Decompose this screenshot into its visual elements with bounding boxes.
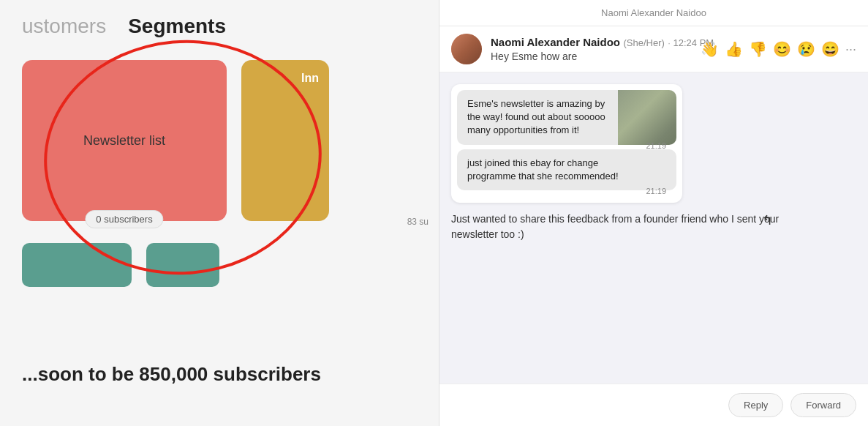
newsletter-subscribers-badge: 0 subscribers	[85, 210, 163, 228]
whatsapp-message-2: just joined this ebay for change program…	[457, 149, 676, 190]
more-options-icon[interactable]: ···	[845, 42, 856, 57]
emoji-thumbsdown[interactable]: 👎	[749, 40, 767, 58]
contact-name: Naomi Alexander Naidoo	[491, 36, 620, 48]
emoji-plus-smile[interactable]: 😄	[821, 40, 839, 58]
avatar	[451, 34, 482, 64]
teal-card-2[interactable]	[146, 243, 219, 287]
whatsapp-message-1: Esme's newsletter is amazing by the way!…	[457, 90, 676, 145]
cards-area: Newsletter list 0 subscribers Inn 83 su	[0, 45, 439, 236]
chat-body: Esme's newsletter is amazing by the way!…	[439, 72, 868, 384]
chat-footer: Reply Forward	[439, 384, 868, 426]
reply-button[interactable]: Reply	[728, 393, 783, 417]
whatsapp-msg2-time: 21:19	[646, 186, 666, 197]
emoji-thumbsup[interactable]: 👍	[725, 40, 743, 58]
body-text-message: Just wanted to share this feedback from …	[451, 212, 817, 242]
newsletter-inner: Newsletter list	[22, 60, 227, 221]
teal-card-1[interactable]	[22, 243, 132, 287]
soon-text: ...soon to be 850,000 subscribers	[22, 363, 321, 386]
inn-card-label: Inn	[301, 72, 319, 85]
emoji-bar: 👋 👍 👎 😊 😢 😄 ···	[701, 40, 856, 58]
avatar-image	[451, 34, 482, 64]
left-panel: ustomers Segments Newsletter list 0 subs…	[0, 0, 439, 426]
chat-top-bar: Naomi Alexander Naidoo	[439, 0, 868, 26]
emoji-sad[interactable]: 😢	[797, 40, 815, 58]
inn-card[interactable]: Inn	[241, 60, 329, 221]
left-header: ustomers Segments	[0, 0, 439, 45]
segments-label: Segments	[128, 15, 226, 38]
bottom-cards	[0, 236, 439, 294]
customers-label: ustomers	[22, 15, 106, 38]
inn-subscribers: 83 su	[407, 217, 429, 227]
emoji-wave[interactable]: 👋	[701, 40, 719, 58]
newsletter-card[interactable]: Newsletter list 0 subscribers	[22, 60, 227, 221]
newsletter-card-title: Newsletter list	[83, 133, 165, 149]
chat-header: Naomi Alexander Naidoo (She/Her) · 12:24…	[439, 26, 868, 72]
top-bar-label: Naomi Alexander Naidoo	[601, 7, 706, 18]
screenshot-container: Esme's newsletter is amazing by the way!…	[451, 84, 682, 203]
forward-button[interactable]: Forward	[790, 393, 856, 417]
right-panel: Naomi Alexander Naidoo Naomi Alexander N…	[439, 0, 868, 426]
whatsapp-msg1-time: 21:19	[646, 141, 666, 152]
contact-pronouns: (She/Her)	[623, 37, 664, 48]
emoji-smile[interactable]: 😊	[773, 40, 791, 58]
